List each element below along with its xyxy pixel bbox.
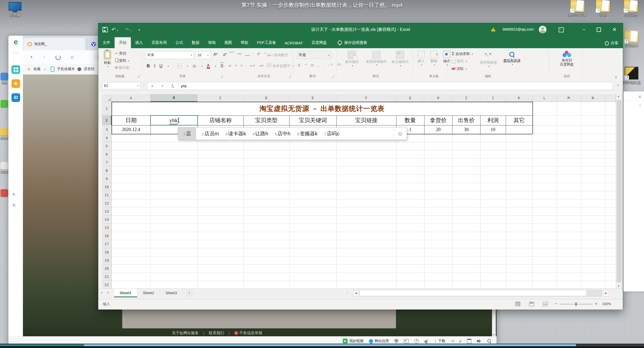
decrease-indent-icon[interactable]: ⇤≡ xyxy=(250,63,255,68)
align-bottom-icon[interactable]: ▁▁ xyxy=(245,52,250,56)
row-header-14[interactable]: 14 xyxy=(102,215,112,224)
comma-icon[interactable]: , xyxy=(318,63,319,68)
cell-H3[interactable]: 20 xyxy=(424,125,452,134)
window-icon[interactable] xyxy=(467,339,471,343)
number-dialog-launcher[interactable] xyxy=(331,75,334,78)
desktop-icon-left-3[interactable]: 淘宝原课 xyxy=(1,162,8,174)
align-right-icon[interactable]: ≡ xyxy=(240,63,242,68)
back-icon[interactable]: ‹ xyxy=(28,53,36,61)
sheet-nav-right-icon[interactable]: ▸ xyxy=(107,291,109,294)
search-icon[interactable] xyxy=(487,339,491,343)
collapse-ribbon-icon[interactable]: ∧ xyxy=(615,75,617,79)
footer-link[interactable]: 联系我们 xyxy=(209,331,224,336)
ribbon-tab-数据[interactable]: 数据 xyxy=(187,37,204,48)
row-header-15[interactable]: 15 xyxy=(102,224,112,232)
cell-J2[interactable]: 利润 xyxy=(480,115,506,125)
cell-I3[interactable]: 30 xyxy=(452,125,480,134)
cell-D2[interactable]: 宝贝类型 xyxy=(243,115,289,125)
minimize-button[interactable]: ─ xyxy=(578,23,590,36)
row-header-6[interactable]: 6 xyxy=(102,150,112,158)
merge-center-button[interactable]: 合并后居中 ▾ xyxy=(267,63,294,68)
zoom-slider[interactable] xyxy=(560,304,593,304)
ribbon-tab-帮助[interactable]: 帮助 xyxy=(236,37,253,48)
format-as-table-button[interactable]: 套用表格格式▾ xyxy=(365,51,388,66)
ribbon-tab-ACROBAT[interactable]: ACROBAT xyxy=(280,38,307,48)
percent-icon[interactable]: % xyxy=(310,63,314,68)
column-header-B[interactable]: B xyxy=(150,94,198,102)
splitter-dots[interactable]: ⁞ xyxy=(347,291,348,295)
row-header-9[interactable]: 9 xyxy=(102,175,112,183)
desktop-icon-left-0[interactable]: 有道 xyxy=(1,73,8,85)
align-middle-icon[interactable]: ══ xyxy=(237,52,241,56)
cell-F2[interactable]: 宝贝链接 xyxy=(336,115,396,125)
phone-favorites-button[interactable]: 手机收藏夹 xyxy=(57,67,75,71)
row-header-7[interactable]: 7 xyxy=(102,158,112,166)
sheet-tab-Sheet2[interactable]: Sheet2 xyxy=(137,289,160,297)
align-left-icon[interactable]: ≡ xyxy=(229,63,231,68)
hscrollbar-thumb[interactable] xyxy=(360,290,587,296)
sheet-nav-left-icon[interactable]: ◂ xyxy=(101,291,102,294)
ribbon-tab-文件[interactable]: 文件 xyxy=(98,37,115,48)
align-top-icon[interactable]: ▔▔ xyxy=(229,52,234,56)
scroll-up-icon[interactable]: ▲ xyxy=(617,95,620,98)
ribbon-tab-页面布局[interactable]: 页面布局 xyxy=(147,37,171,48)
number-format-select[interactable]: 常规▾ xyxy=(297,51,331,59)
row-header-4[interactable]: 4 xyxy=(102,134,112,142)
scroll-down-icon[interactable]: ▼ xyxy=(617,285,620,288)
row-header-3[interactable]: 3 xyxy=(102,125,112,134)
increase-decimal-icon[interactable]: ←.0 xyxy=(327,63,333,68)
zoom-level[interactable]: 100% xyxy=(602,302,611,306)
borders-icon[interactable] xyxy=(177,64,182,68)
cancel-entry-icon[interactable]: × xyxy=(151,84,154,88)
row-header-16[interactable]: 16 xyxy=(102,232,112,240)
conditional-format-button[interactable]: ≠ 条件格式▾ xyxy=(341,51,363,67)
cell-H2[interactable]: 拿货价 xyxy=(424,115,452,125)
orientation-icon[interactable]: ab xyxy=(256,51,261,57)
align-center-icon[interactable]: ≡ xyxy=(235,63,237,68)
paste-button[interactable]: 粘贴 ▾ xyxy=(102,50,113,68)
cut-button[interactable]: ✂ 剪切 xyxy=(115,51,126,56)
video-progress-bar[interactable] xyxy=(0,344,644,348)
fill-button[interactable]: ↓ 填充 ▾ xyxy=(452,59,467,63)
ribbon-tab-开始[interactable]: 开始 xyxy=(115,37,131,48)
desktop-icon-left-2[interactable]: 拼多多 xyxy=(1,128,8,140)
align-dialog-launcher[interactable] xyxy=(288,75,291,78)
ie-icon[interactable]: e xyxy=(459,338,461,344)
scrollbar-thumb[interactable] xyxy=(617,100,621,282)
ime-candidate-6[interactable]: 6变频器k xyxy=(297,130,318,137)
refresh-icon[interactable] xyxy=(54,53,62,61)
currency-icon[interactable]: $ xyxy=(298,63,300,68)
format-cells-button[interactable]: ↔ 格式▾ xyxy=(441,51,452,66)
menu-icon[interactable]: ≡ xyxy=(12,202,16,209)
zoom-in-icon[interactable]: + xyxy=(595,301,597,306)
sheet-tab-Sheet1[interactable]: Sheet1 xyxy=(114,289,137,297)
my-videos-button[interactable]: ▶ 我的视频 xyxy=(343,339,363,343)
sheet-tab-Sheet3[interactable]: Sheet3 xyxy=(160,289,183,297)
page-layout-view-icon[interactable] xyxy=(529,302,534,306)
emoji-icon[interactable]: ☺ xyxy=(394,127,407,140)
grow-font-button[interactable]: A▴ xyxy=(213,52,217,57)
ribbon-tab-百度网盘[interactable]: 百度网盘 xyxy=(307,37,331,48)
link-icon[interactable]: ○○ xyxy=(451,339,454,343)
column-header-C[interactable]: C xyxy=(198,94,243,102)
ribbon-tab-公式[interactable]: 公式 xyxy=(171,37,187,48)
delete-cells-button[interactable]: ✕ 删除▾ xyxy=(428,51,440,66)
wrap-text-button[interactable]: ab↩ 自动换行 xyxy=(267,53,288,57)
cell-K2[interactable]: 其它 xyxy=(506,115,532,125)
column-header-N[interactable]: N xyxy=(581,94,605,102)
ime-candidate-2[interactable]: 2店员m xyxy=(202,130,219,137)
share-button[interactable]: 共享 xyxy=(605,41,618,46)
underline-button[interactable]: U xyxy=(159,63,162,69)
sort-filter-button[interactable]: AZ▼ 排序和筛选▾ xyxy=(478,52,499,68)
home-icon[interactable]: ⌂ xyxy=(68,53,76,61)
column-header-H[interactable]: H xyxy=(424,94,452,102)
browser-tab-1[interactable]: 淘宝网_ xyxy=(23,38,85,50)
increase-indent-icon[interactable]: ⇥≡ xyxy=(258,63,264,68)
browser-logo-icon[interactable]: e xyxy=(11,38,20,46)
account-email[interactable]: 9888922@qq.com xyxy=(502,27,534,31)
clipboard-dialog-launcher[interactable] xyxy=(137,75,140,78)
row-header-19[interactable]: 19 xyxy=(102,256,112,264)
panel-collapse-icon[interactable]: ∧ xyxy=(639,103,641,107)
row-header-17[interactable]: 17 xyxy=(102,240,112,248)
clover-app-icon[interactable] xyxy=(11,65,20,74)
